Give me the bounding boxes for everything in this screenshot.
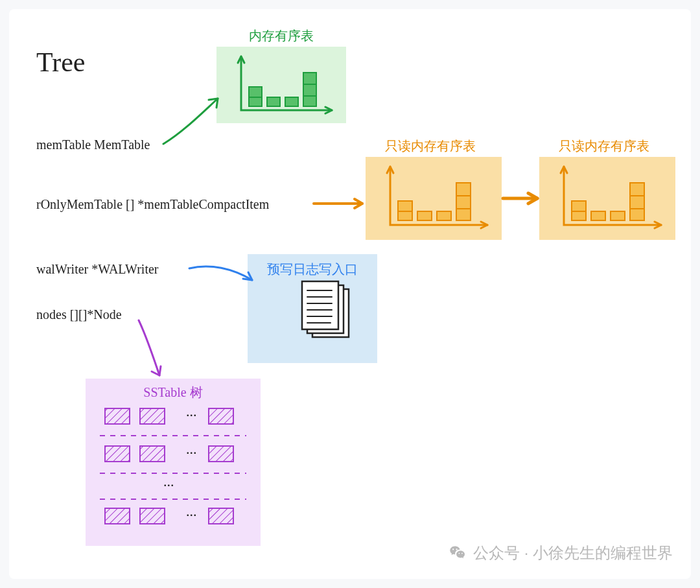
arrows-overlay — [9, 9, 691, 580]
wechat-icon — [449, 544, 467, 562]
watermark: 公众号 · 小徐先生的编程世界 — [449, 543, 673, 563]
diagram-canvas: Tree memTable MemTable rOnlyMemTable [] … — [9, 9, 691, 579]
watermark-text: 公众号 · 小徐先生的编程世界 — [473, 543, 673, 563]
